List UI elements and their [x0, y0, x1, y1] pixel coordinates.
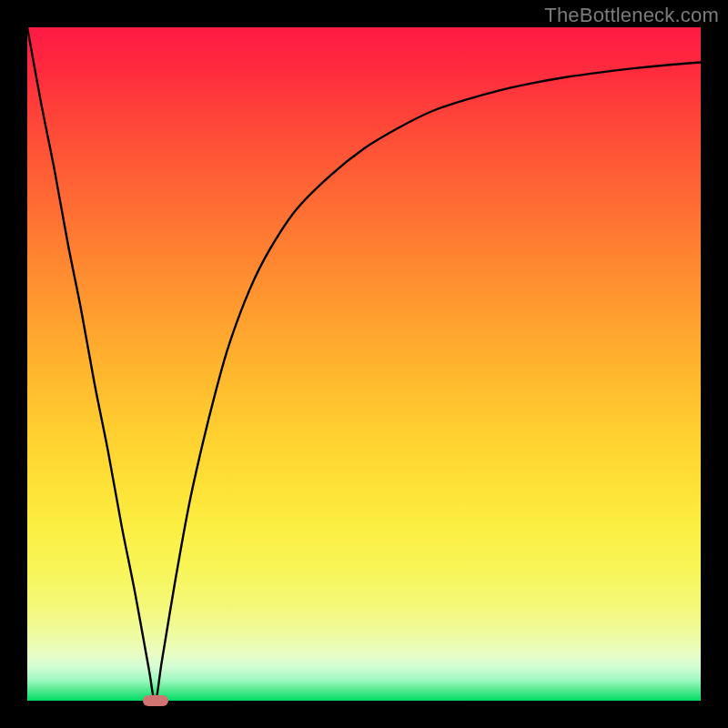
bottleneck-curve: [27, 27, 701, 701]
plot-area: [27, 27, 701, 701]
chart-frame: TheBottleneck.com: [0, 0, 728, 728]
bottleneck-curve-path: [27, 27, 701, 701]
watermark-label: TheBottleneck.com: [544, 4, 719, 27]
optimal-point-marker: [143, 695, 168, 706]
